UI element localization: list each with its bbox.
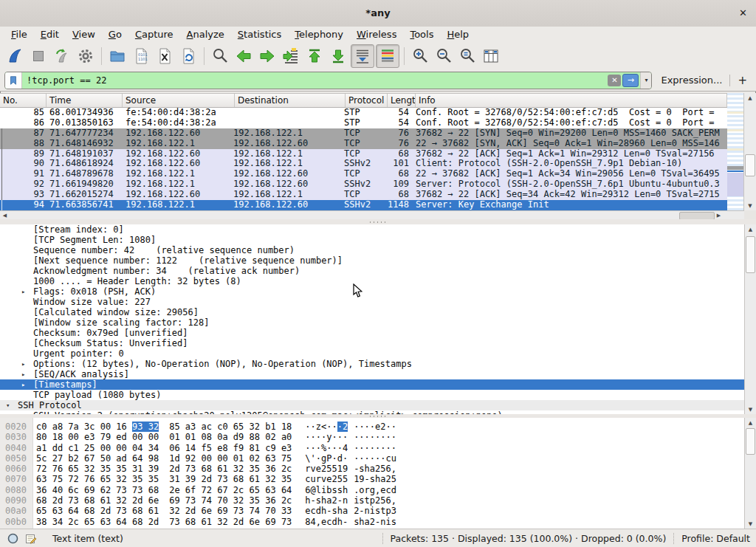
column-header-info[interactable]: Info (416, 94, 727, 107)
detail-line[interactable]: Checksum: 0x79ed [unverified] (0, 328, 744, 338)
intelligent-scrollbar-minimap[interactable] (727, 93, 743, 210)
scroll-down-arrow[interactable]: ▼ (744, 201, 756, 210)
expression-button[interactable]: Expression... (661, 75, 722, 86)
add-filter-button[interactable]: + (738, 74, 747, 87)
detail-pane-scrollbar[interactable]: ▲ ▼ (744, 224, 756, 414)
close-file-button[interactable] (154, 45, 176, 67)
collapse-arrow-icon[interactable]: ▸ (21, 369, 25, 379)
hex-row-0080[interactable]: 008036 40 6c 69 62 73 73 682e 6f 72 67 2… (0, 485, 744, 495)
scrollbar-thumb[interactable] (746, 236, 755, 273)
hex-row-0060[interactable]: 006072 76 65 32 35 35 31 392d 73 68 61 3… (0, 464, 744, 474)
collapse-arrow-icon[interactable]: ▸ (21, 359, 25, 369)
menu-help[interactable]: Help (440, 28, 475, 41)
menu-capture[interactable]: Capture (128, 28, 180, 41)
zoom-in-button[interactable] (409, 45, 431, 67)
detail-line[interactable]: ▸Options: (12 bytes), No-Operation (NOP)… (0, 359, 744, 369)
detail-line[interactable]: Acknowledgment number: 34 (relative ack … (0, 266, 744, 276)
detail-line[interactable]: [Stream index: 0] (0, 224, 744, 235)
hex-row-0090[interactable]: 009068 2d 73 68 61 32 2d 6e69 73 74 70 3… (0, 495, 744, 506)
open-file-button[interactable] (106, 45, 128, 67)
menu-statistics[interactable]: Statistics (231, 28, 288, 41)
menu-tools[interactable]: Tools (403, 28, 440, 41)
detail-line[interactable]: 1000 .... = Header Length: 32 bytes (8) (0, 276, 744, 286)
title-bar[interactable]: *any ✕ (0, 0, 756, 27)
column-header-src[interactable]: Source (123, 94, 235, 107)
scroll-right-arrow[interactable]: ▶ (714, 211, 724, 219)
find-packet-button[interactable] (209, 45, 231, 67)
hex-row-0070[interactable]: 007063 75 72 76 65 32 35 3531 39 2d 73 6… (0, 474, 744, 484)
go-to-packet-button[interactable] (280, 45, 302, 67)
packet-row-89[interactable]: 8971.648191037192.168.122.60192.168.122.… (0, 149, 727, 159)
detail-line[interactable]: Sequence number: 42 (relative sequence n… (0, 245, 744, 255)
hex-row-0020[interactable]: 0020c0 a8 7a 3c 00 16 93 3285 a3 ac c0 6… (0, 422, 744, 432)
column-header-proto[interactable]: Protocol (346, 94, 388, 107)
packet-row-90[interactable]: 9071.648618924192.168.122.60192.168.122.… (0, 159, 727, 169)
column-header-len[interactable]: Length (388, 94, 416, 107)
display-filter-field[interactable]: !tcp.port == 22 ✕ → ▾ (4, 72, 652, 89)
column-header-no[interactable]: No. (0, 94, 47, 107)
zoom-original-button[interactable] (456, 45, 478, 67)
resize-columns-button[interactable] (480, 45, 502, 67)
hex-row-0040[interactable]: 0040a1 dd c1 25 00 00 04 3406 14 f5 e8 f… (0, 443, 744, 453)
detail-line[interactable]: [Checksum Status: Unverified] (0, 338, 744, 348)
scroll-down-arrow[interactable]: ▼ (745, 405, 756, 414)
expert-info-icon[interactable] (7, 533, 18, 544)
scrollbar-thumb[interactable] (746, 428, 755, 455)
packet-row-87[interactable]: 8771.647777234192.168.122.60192.168.122.… (0, 128, 727, 139)
menu-wireless[interactable]: Wireless (350, 28, 403, 41)
scroll-left-arrow[interactable]: ◀ (0, 211, 10, 219)
go-back-button[interactable] (233, 45, 255, 67)
packet-row-93[interactable]: 9371.662015274192.168.122.60192.168.122.… (0, 190, 727, 200)
hex-row-00b0[interactable]: 00b038 34 2c 65 63 64 68 2d73 68 61 32 2… (0, 517, 744, 527)
menu-file[interactable]: File (4, 28, 34, 41)
filter-apply-button[interactable]: → (622, 74, 639, 87)
detail-line[interactable]: ▸[Timestamps] (0, 379, 744, 390)
detail-line[interactable]: [Calculated window size: 29056] (0, 307, 744, 317)
hex-row-00a0[interactable]: 00a065 63 64 68 2d 73 68 6132 2d 6e 69 7… (0, 506, 744, 516)
packet-row-92[interactable]: 9271.661949820192.168.122.1192.168.122.6… (0, 179, 727, 190)
scroll-up-arrow[interactable]: ▲ (744, 93, 756, 103)
collapse-arrow-icon[interactable]: ▸ (21, 379, 25, 390)
auto-scroll-button[interactable] (351, 44, 374, 68)
detail-line[interactable]: ▸[SEQ/ACK analysis] (0, 369, 744, 379)
menu-telephony[interactable]: Telephony (288, 28, 350, 41)
reload-file-button[interactable] (177, 45, 199, 67)
capture-options-button[interactable] (75, 45, 97, 67)
detail-line[interactable]: ▸Flags: 0x018 (PSH, ACK) (0, 286, 744, 297)
close-window-button[interactable]: ✕ (739, 0, 747, 27)
detail-line[interactable]: ▾SSH Protocol (0, 400, 744, 410)
filter-bookmark-button[interactable] (5, 72, 22, 89)
detail-line[interactable]: Window size value: 227 (0, 297, 744, 307)
colorize-button[interactable] (376, 44, 399, 68)
save-file-button[interactable]: 01011101 (130, 45, 152, 67)
capture-comment-icon[interactable] (25, 533, 36, 544)
packet-row-94[interactable]: 9471.663856741192.168.122.1192.168.122.6… (0, 200, 727, 210)
scroll-down-arrow[interactable]: ▼ (745, 519, 756, 529)
bytes-pane-scrollbar[interactable]: ▲ ▼ (744, 418, 756, 529)
packet-row-85[interactable]: 8568.001734936fe:54:00:d4:38:2aSTP54Conf… (0, 108, 727, 118)
go-last-button[interactable] (327, 45, 349, 67)
profile-label[interactable]: Profile: Default (681, 533, 750, 544)
scroll-up-arrow[interactable]: ▲ (745, 224, 756, 234)
filter-history-dropdown[interactable]: ▾ (640, 72, 651, 89)
menu-go[interactable]: Go (102, 28, 128, 41)
packet-list-hscrollbar[interactable]: ◀ ▶ (0, 210, 744, 219)
restart-capture-button[interactable] (51, 45, 73, 67)
packet-row-91[interactable]: 9171.648789678192.168.122.1192.168.122.6… (0, 169, 727, 179)
zoom-out-button[interactable] (433, 45, 455, 67)
detail-line[interactable]: [Window size scaling factor: 128] (0, 317, 744, 328)
packet-row-86[interactable]: 8670.013850163fe:54:00:d4:38:2aSTP54Conf… (0, 118, 727, 128)
scrollbar-thumb[interactable] (745, 154, 755, 176)
display-filter-input[interactable]: !tcp.port == 22 (22, 75, 608, 86)
hex-row-0050[interactable]: 00505c 27 b2 67 50 ad 64 981d 92 00 00 0… (0, 453, 744, 464)
detail-line[interactable]: TCP payload (1080 bytes) (0, 390, 744, 400)
start-capture-button[interactable] (4, 45, 26, 67)
packet-row-88[interactable]: 8871.648146932192.168.122.1192.168.122.6… (0, 139, 727, 149)
detail-line[interactable]: Urgent pointer: 0 (0, 348, 744, 359)
filter-clear-button[interactable]: ✕ (608, 75, 621, 86)
menu-view[interactable]: View (66, 28, 102, 41)
go-first-button[interactable] (303, 45, 326, 67)
collapse-arrow-icon[interactable]: ▸ (21, 286, 25, 297)
packet-list-scrollbar[interactable]: ▲ ▼ (743, 93, 756, 210)
pane-splitter-top[interactable] (0, 219, 756, 224)
